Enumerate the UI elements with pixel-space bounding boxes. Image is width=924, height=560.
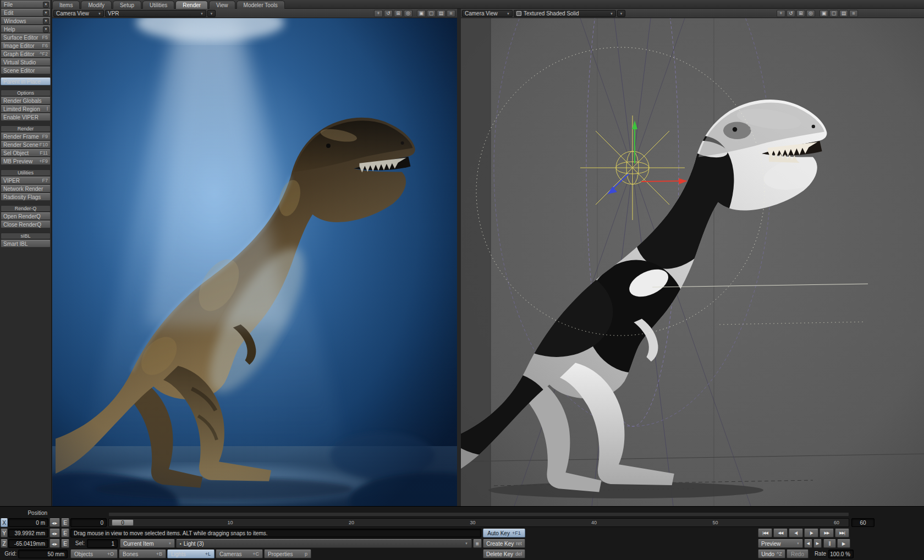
sidebar-item-open-renderq[interactable]: Open RenderQ <box>1 212 51 220</box>
viewport-divider[interactable] <box>457 9 461 506</box>
timeline-handle[interactable]: 0 <box>112 519 134 526</box>
axis-z-button[interactable]: Z <box>1 539 8 548</box>
pause-button[interactable]: ‖ <box>823 539 836 548</box>
zoom-icon[interactable]: ⊞ <box>796 10 805 17</box>
sidebar-item-smart-ibl[interactable]: Smart IBL <box>1 240 51 248</box>
position-y-field[interactable]: 39.9992 mm <box>8 529 48 537</box>
list-icon[interactable]: ▤ <box>437 10 446 17</box>
current-item-type-button[interactable]: Current Item ▼ <box>120 539 175 548</box>
pan-icon[interactable]: + <box>374 10 383 17</box>
magnify-icon[interactable]: ◎ <box>806 10 815 17</box>
dope-track[interactable] <box>108 512 849 517</box>
shaded-viewport[interactable] <box>461 18 924 506</box>
menu-windows-button[interactable]: Windows▼ <box>1 17 51 25</box>
menu-icon[interactable]: ≡ <box>849 10 858 17</box>
step-forward-button[interactable]: |▶ <box>804 529 818 537</box>
sidebar-item-limited-region[interactable]: Limited Regionl <box>1 105 51 113</box>
properties-button[interactable]: Propertiesp <box>264 550 311 558</box>
pan-icon[interactable]: + <box>777 10 785 17</box>
current-item-dropdown[interactable]: ▪ Light (3) ▼ <box>176 539 472 548</box>
sidebar-item-label: MB Preview <box>3 158 32 164</box>
end-frame-field[interactable]: 60 <box>851 518 875 527</box>
tab-modeler-tools[interactable]: Modeler Tools <box>237 1 285 9</box>
tab-modify[interactable]: Modify <box>81 1 111 9</box>
shade-toggle-icon[interactable]: ▣ <box>820 10 828 17</box>
sidebar-item-close-renderq[interactable]: Close RenderQ <box>1 221 51 228</box>
left-viewport-menu-button[interactable]: ▼ <box>207 10 216 17</box>
y-nudge-arrows[interactable]: ◀▶ <box>50 529 60 537</box>
menu-icon[interactable]: ≡ <box>447 10 455 17</box>
item-list-button[interactable]: ≡ <box>473 539 482 548</box>
axis-x-button[interactable]: X <box>1 518 8 527</box>
sidebar-item-scene-editor[interactable]: Scene Editor <box>1 67 51 74</box>
tab-utilities[interactable]: Utilities <box>142 1 174 9</box>
tab-setup[interactable]: Setup <box>113 1 141 9</box>
magnify-icon[interactable]: ◎ <box>404 10 413 17</box>
sidebar-item-graph-editor[interactable]: Graph Editor^F2 <box>1 50 51 58</box>
left-render-mode-dropdown[interactable]: VPR ▼ <box>105 10 206 17</box>
bones-button[interactable]: Bones+B <box>119 550 166 558</box>
timeline-slider[interactable]: 0 102030405060 <box>108 518 849 527</box>
sidebar-item-render-globals[interactable]: Render Globals <box>1 97 51 105</box>
menu-file-button[interactable]: File▼ <box>1 1 51 8</box>
position-z-field[interactable]: -65.0419mm <box>8 539 48 548</box>
tab-items[interactable]: Items <box>52 1 80 9</box>
snapshot-icon[interactable]: ▢ <box>427 10 436 17</box>
menu-edit-button[interactable]: Edit▼ <box>1 9 51 17</box>
preview-dropdown[interactable]: Preview ▼ <box>758 539 803 548</box>
x-nudge-arrows[interactable]: ◀▶ <box>50 518 60 527</box>
sidebar-item-network-render[interactable]: Network Render <box>1 185 51 193</box>
preview-step-forward-button[interactable]: ▶ <box>813 539 822 548</box>
y-envelope-button[interactable]: E <box>61 529 69 537</box>
vpr-render-viewport[interactable] <box>52 18 457 506</box>
x-envelope-button[interactable]: E <box>61 518 69 527</box>
current-frame-field[interactable]: 0 <box>70 518 107 527</box>
grid-size-field[interactable]: 50 mm <box>18 550 68 558</box>
undo-button[interactable]: Undo ^Z <box>758 550 785 558</box>
sidebar-item-surface-editor[interactable]: Surface EditorF5 <box>1 34 51 41</box>
z-nudge-arrows[interactable]: ◀▶ <box>50 539 60 548</box>
sidebar-item-render-frame[interactable]: Render FrameF9 <box>1 133 51 140</box>
menu-help-button[interactable]: Help▼ <box>1 25 51 33</box>
preview-step-back-button[interactable]: ◀ <box>804 539 812 548</box>
sidebar-item-mb-preview[interactable]: MB Preview+F9 <box>1 157 51 165</box>
go-end-button[interactable]: ▶▶| <box>835 529 849 537</box>
cameras-button[interactable]: Cameras+C <box>216 550 263 558</box>
z-envelope-button[interactable]: E <box>61 539 69 548</box>
left-view-dropdown[interactable]: Camera View ▼ <box>53 10 104 17</box>
tab-view[interactable]: View <box>209 1 235 9</box>
play-button[interactable]: ▶ <box>837 539 850 548</box>
zoom-icon[interactable]: ⊞ <box>394 10 403 17</box>
sidebar-item-sel-object[interactable]: Sel ObjectF11 <box>1 149 51 157</box>
play-forward-button[interactable]: ▶▶ <box>820 529 834 537</box>
axis-y-button[interactable]: Y <box>1 529 8 537</box>
shade-toggle-icon[interactable]: ▣ <box>417 10 426 17</box>
delete-key-button[interactable]: Delete Key del <box>483 550 525 558</box>
sidebar-item-radiosity-flags[interactable]: Radiosity Flags <box>1 193 51 201</box>
rate-field[interactable]: 100.0 % <box>828 550 854 558</box>
sidebar-item-virtual-studio[interactable]: Virtual Studio <box>1 58 51 66</box>
play-reverse-button[interactable]: ◀◀ <box>773 529 788 537</box>
create-key-button[interactable]: Create Key ret <box>483 539 525 548</box>
lights-button[interactable]: Lights+L <box>167 550 215 558</box>
rotate-icon[interactable]: ↺ <box>384 10 393 17</box>
right-render-mode-dropdown[interactable]: Textured Shaded Solid ▼ <box>514 10 616 17</box>
auto-key-button[interactable]: Auto Key +F1 <box>483 529 525 537</box>
sidebar-item-render-scene[interactable]: Render SceneF10 <box>1 141 51 149</box>
step-back-button[interactable]: ◀| <box>789 529 803 537</box>
redo-button[interactable]: Redo <box>787 550 809 558</box>
right-viewport-menu-button[interactable]: ▼ <box>617 10 625 17</box>
shortcut-key: F5 <box>42 35 48 40</box>
rotate-icon[interactable]: ↺ <box>787 10 795 17</box>
sidebar-item-image-editor[interactable]: Image EditorF6 <box>1 42 51 50</box>
tab-render[interactable]: Render <box>175 1 208 9</box>
right-view-dropdown[interactable]: Camera View ▼ <box>462 10 513 17</box>
sidebar-item-parent-in-place[interactable]: Parent in Place <box>1 78 51 85</box>
position-x-field[interactable]: 0 m <box>8 518 48 527</box>
objects-button[interactable]: Objects+O <box>70 550 118 558</box>
go-start-button[interactable]: |◀◀ <box>758 529 772 537</box>
list-icon[interactable]: ▤ <box>839 10 848 17</box>
sidebar-item-enable-viper[interactable]: Enable VIPER <box>1 113 51 121</box>
sidebar-item-viper[interactable]: VIPERF7 <box>1 177 51 184</box>
snapshot-icon[interactable]: ▢ <box>829 10 838 17</box>
